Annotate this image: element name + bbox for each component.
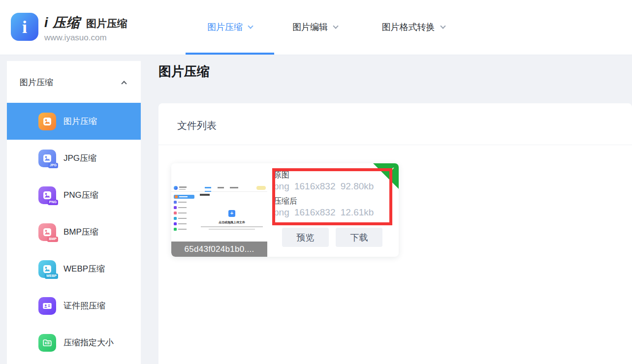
nav-tab-image-compress[interactable]: 图片压缩: [186, 19, 274, 35]
mini-login-pill: [256, 186, 266, 190]
file-list-panel: 文件列表: [158, 103, 632, 364]
chevron-down-icon: [248, 23, 253, 29]
compressed-label: 压缩后: [274, 196, 374, 207]
mini-header: [171, 184, 267, 192]
original-label: 原图: [274, 170, 374, 181]
sidebar-item-label: BMP压缩: [63, 226, 98, 238]
bmp-badge: BMP: [47, 237, 58, 242]
file-name: 65d43f024b1b0....: [171, 242, 267, 257]
jpg-badge: JPG: [48, 163, 58, 168]
sidebar-item-jpg-compress[interactable]: JPG JPG压缩: [7, 140, 141, 177]
sidebar-item-id-photo-compress[interactable]: 证件照压缩: [7, 287, 141, 324]
panel-divider: [158, 145, 632, 145]
nav-tab-image-edit[interactable]: 图片编辑: [278, 19, 352, 35]
mini-page-title: [200, 194, 210, 196]
logo-url: www.iyasuo.com: [44, 33, 127, 43]
sidebar-item-label: 压缩指定大小: [63, 337, 114, 348]
webp-badge: WEBP: [45, 273, 58, 278]
chevron-down-icon: [440, 23, 445, 29]
svg-text:KB: KB: [45, 341, 50, 345]
chevron-up-icon: [121, 81, 126, 86]
png-compress-icon: PNG: [38, 186, 56, 204]
thumbnail-mini-screenshot: + 点击或拖拽上传文件: [171, 184, 267, 242]
download-button[interactable]: 下载: [336, 228, 382, 247]
sidebar-group-header[interactable]: 图片压缩: [20, 75, 126, 90]
logo-subtitle: 图片压缩: [86, 17, 127, 30]
bmp-compress-icon: BMP: [38, 223, 56, 241]
nav-tab-label: 图片编辑: [292, 21, 328, 33]
checkmark-icon: ✓: [389, 165, 395, 175]
compressed-info: png 1616x832 12.61kb: [274, 207, 374, 218]
sidebar-item-image-compress[interactable]: 图片压缩: [7, 103, 141, 140]
sidebar-item-webp-compress[interactable]: WEBP WEBP压缩: [7, 250, 141, 287]
sidebar-item-label: JPG压缩: [63, 152, 96, 164]
nav-tab-label: 图片格式转换: [382, 21, 435, 33]
nav-tab-label: 图片压缩: [207, 21, 243, 33]
logo-i-glyph: i: [22, 18, 27, 36]
file-info: 原图 png 1616x832 92.80kb 压缩后 png 1616x832…: [274, 170, 374, 222]
preview-button[interactable]: 预览: [282, 228, 329, 247]
image-compress-icon: [38, 113, 56, 130]
chevron-down-icon: [333, 23, 338, 29]
top-header: i i 压缩 图片压缩 www.iyasuo.com 图片压缩 图片编辑 图片格…: [0, 0, 632, 55]
sidebar-item-bmp-compress[interactable]: BMP BMP压缩: [7, 213, 141, 250]
mini-upload-text: 点击或拖拽上传文件: [196, 220, 267, 225]
sidebar-item-png-compress[interactable]: PNG PNG压缩: [7, 177, 141, 213]
panel-title: 文件列表: [177, 119, 217, 132]
sidebar-item-label: PNG压缩: [63, 189, 98, 201]
app-window: i i 压缩 图片压缩 www.iyasuo.com 图片压缩 图片编辑 图片格…: [0, 0, 632, 364]
site-logo-icon[interactable]: i: [11, 13, 38, 41]
sidebar-item-label: WEBP压缩: [63, 263, 105, 274]
sidebar-group-label: 图片压缩: [20, 77, 53, 88]
sidebar-menu: 图片压缩 JPG JPG压缩 PNG PNG压缩 BMP: [7, 103, 141, 361]
png-badge: PNG: [48, 200, 58, 205]
mini-sidebar: [174, 195, 194, 233]
sidebar-item-label: 证件照压缩: [63, 300, 105, 311]
active-tab-underline: [186, 53, 274, 55]
sidebar-item-compress-to-size[interactable]: KB 压缩指定大小: [7, 324, 141, 361]
webp-compress-icon: WEBP: [38, 260, 56, 278]
page-title: 图片压缩: [158, 63, 210, 80]
sidebar-item-label: 图片压缩: [63, 116, 97, 127]
file-thumbnail[interactable]: + 点击或拖拽上传文件 65d43f024b1b0....: [171, 163, 267, 257]
kb-folder-icon: KB: [38, 334, 56, 352]
mini-upload-plus-icon: +: [228, 210, 235, 217]
file-card: + 点击或拖拽上传文件 65d43f024b1b0.... 原图 png 161…: [171, 163, 399, 257]
nav-tab-format-convert[interactable]: 图片格式转换: [365, 19, 461, 35]
site-logo-text[interactable]: i 压缩 图片压缩 www.iyasuo.com: [44, 14, 127, 43]
mini-logo: [174, 186, 178, 190]
sidebar: 图片压缩 图片压缩 JPG JPG压缩 PNG: [7, 61, 141, 364]
logo-title: i 压缩: [44, 14, 80, 31]
id-photo-icon: [38, 297, 56, 315]
original-info: png 1616x832 92.80kb: [274, 181, 374, 192]
jpg-compress-icon: JPG: [38, 150, 56, 167]
